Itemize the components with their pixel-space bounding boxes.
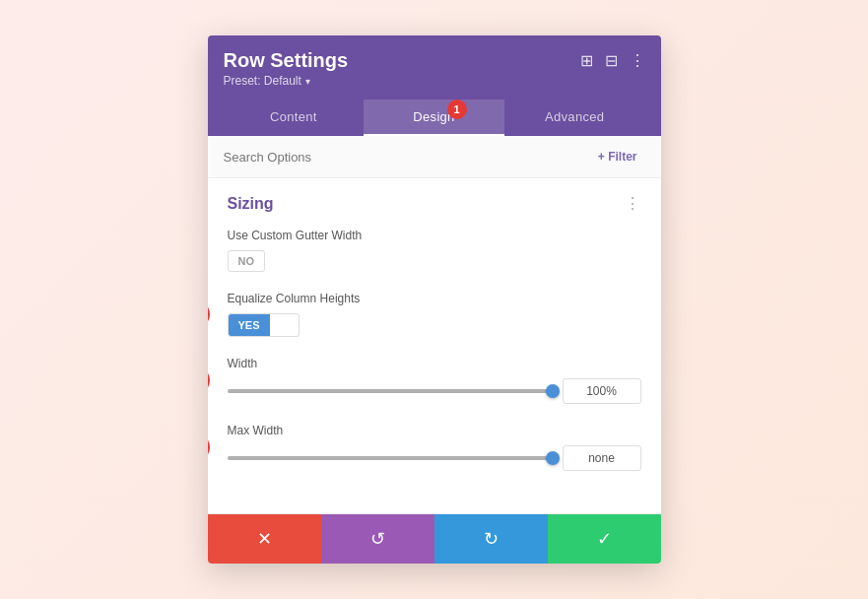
expand-icon[interactable]: ⊞ [580,53,593,69]
header-actions: ⊞ ⊟ ⋮ [580,53,645,69]
filter-button[interactable]: + Filter [590,146,645,167]
width-slider-track-wrap [228,389,553,393]
panel-header: Row Settings ⊞ ⊟ ⋮ Preset: Default ▾ Con… [208,35,661,136]
max-width-slider-track-wrap [228,456,553,460]
redo-icon: ↻ [484,528,499,550]
preset-label: Preset: Default [224,74,301,88]
tabs-bar: Content Design 1 Advanced [224,100,645,136]
more-icon[interactable]: ⋮ [630,53,645,69]
grid-icon[interactable]: ⊟ [605,53,618,69]
tab-design[interactable]: Design 1 [364,100,504,136]
section-title: Sizing [228,195,274,213]
width-slider-fill [228,389,553,393]
column-heights-off-part [270,314,299,336]
section-sizing-header: Sizing ⋮ [228,194,641,213]
panel-content: Sizing ⋮ Use Custom Gutter Width NO 2 Eq… [208,178,661,513]
panel-footer: ✕ ↺ ↻ ✓ [208,513,661,564]
undo-button[interactable]: ↺ [321,514,434,564]
max-width-label: Max Width [228,424,641,437]
column-heights-yes-label: YES [229,314,270,336]
redo-button[interactable]: ↻ [434,514,548,564]
tab-design-badge: 1 [447,100,467,119]
gutter-no-label: NO [228,250,266,272]
width-setting: 3 Width 100% [228,357,641,404]
gutter-toggle[interactable]: NO [228,250,266,272]
step-3-badge: 3 [208,366,210,394]
column-heights-label: Equalize Column Heights [228,292,641,305]
save-icon: ✓ [597,528,612,550]
gutter-setting: Use Custom Gutter Width NO [228,229,641,272]
width-value-input[interactable]: 100% [563,378,641,404]
width-slider-thumb[interactable] [546,384,560,398]
cancel-icon: ✕ [257,528,272,550]
panel-title: Row Settings [224,49,349,72]
search-bar: + Filter [208,136,661,178]
step-2-badge: 2 [208,300,210,328]
section-more-icon[interactable]: ⋮ [625,194,641,213]
width-slider-row: 100% [228,378,641,404]
tab-content[interactable]: Content [224,100,365,136]
max-width-value-input[interactable]: none [563,445,641,471]
save-button[interactable]: ✓ [548,514,661,564]
undo-icon: ↺ [370,528,385,550]
column-heights-toggle[interactable]: YES [228,313,300,337]
cancel-button[interactable]: ✕ [208,514,321,564]
max-width-slider-fill [228,456,553,460]
max-width-slider-row: none [228,445,641,471]
max-width-slider-thumb[interactable] [546,451,560,465]
gutter-label: Use Custom Gutter Width [228,229,641,242]
step-4-badge: 4 [208,433,210,461]
preset-arrow: ▾ [305,76,310,87]
row-settings-panel: Row Settings ⊞ ⊟ ⋮ Preset: Default ▾ Con… [208,35,661,564]
search-input[interactable] [224,150,582,165]
width-label: Width [228,357,641,370]
tab-advanced[interactable]: Advanced [504,100,645,136]
column-heights-setting: 2 Equalize Column Heights YES [228,292,641,337]
preset-selector[interactable]: Preset: Default ▾ [224,74,645,88]
max-width-setting: 4 Max Width none [228,424,641,471]
